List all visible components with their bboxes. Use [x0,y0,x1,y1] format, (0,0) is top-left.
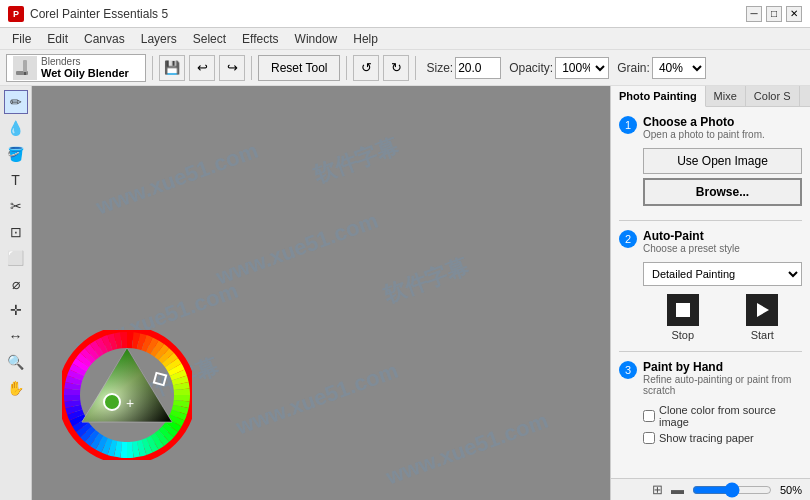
left-toolbar: ✏💧🪣T✂⊡⬜⌀✛↔🔍✋ [0,86,32,500]
size-group: Size: [422,57,501,79]
menu-item-edit[interactable]: Edit [39,30,76,48]
app-icon: P [8,6,24,22]
auto-paint-body: Detailed PaintingClassic PaintingImpress… [643,262,802,341]
minimize-button[interactable]: ─ [746,6,762,22]
auto-paint-title: Auto-Paint [643,229,740,243]
canvas-aspect-icon: ▬ [671,482,684,497]
section-number-1: 1 [619,116,637,134]
transform-tool[interactable]: ⊡ [4,220,28,244]
paint-by-hand-header: 3 Paint by Hand Refine auto-painting or … [619,360,802,396]
stop-icon [667,294,699,326]
svg-rect-1 [23,60,27,72]
zoom-tool[interactable]: 🔍 [4,350,28,374]
grain-label: Grain: [617,61,650,75]
grain-select[interactable]: 40% [652,57,706,79]
aspect-icon: ▬ [671,482,684,497]
hand-tool[interactable]: ✋ [4,376,28,400]
panel-tab-photo-painting[interactable]: Photo Painting [611,86,706,107]
mirror-tool[interactable]: ↔ [4,324,28,348]
color-wheel-svg[interactable]: + [62,330,192,460]
panel-tabs: Photo PaintingMixeColor S [611,86,810,107]
save-button[interactable]: 💾 [159,55,185,81]
zoom-slider[interactable] [692,482,772,498]
choose-photo-body: Use Open Image Browse... [643,148,802,210]
use-open-image-button[interactable]: Use Open Image [643,148,802,174]
tracing-paper-checkbox[interactable] [643,432,655,444]
canvas-size-icon: ⊞ [652,482,663,497]
paint-by-hand-title: Paint by Hand [643,360,802,374]
text-tool[interactable]: T [4,168,28,192]
svg-rect-2 [24,72,26,75]
crop-tool[interactable]: ✂ [4,194,28,218]
paint-controls: Stop Start [643,294,802,341]
canvas-area[interactable]: www.xue51.com www.xue51.com www.xue51.co… [32,86,610,500]
menu-item-effects[interactable]: Effects [234,30,286,48]
toolbar-separator [152,56,153,80]
color-wheel-container[interactable]: + [62,330,192,460]
selected-color-indicator[interactable] [104,394,120,410]
start-icon [746,294,778,326]
toolbar-separator-2 [251,56,252,80]
paint-by-hand-section: 3 Paint by Hand Refine auto-painting or … [619,360,802,444]
menu-item-layers[interactable]: Layers [133,30,185,48]
clone-color-label: Clone color from source image [659,404,802,428]
preset-style-select[interactable]: Detailed PaintingClassic PaintingImpress… [643,262,802,286]
paint-bucket-tool[interactable]: 🪣 [4,142,28,166]
brush-icon [13,56,37,80]
panel-tab-mixer[interactable]: Mixe [706,86,746,106]
brush-name: Wet Oily Blender [41,67,129,79]
menu-item-help[interactable]: Help [345,30,386,48]
menu-bar: FileEditCanvasLayersSelectEffectsWindowH… [0,28,810,50]
eyedropper-tool[interactable]: 💧 [4,116,28,140]
undo-button[interactable]: ↩ [189,55,215,81]
choose-photo-subtitle: Open a photo to paint from. [643,129,765,140]
rotate-right-button[interactable]: ↻ [383,55,409,81]
tracing-paper-label: Show tracing paper [659,432,754,444]
menu-item-canvas[interactable]: Canvas [76,30,133,48]
size-label: Size: [426,61,453,75]
brush-category: Blenders [41,56,129,67]
title-text: Corel Painter Essentials 5 [30,7,168,21]
choose-photo-header: 1 Choose a Photo Open a photo to paint f… [619,115,802,140]
section-divider-1 [619,220,802,221]
selection-tool[interactable]: ⬜ [4,246,28,270]
window-controls[interactable]: ─ □ ✕ [746,6,802,22]
maximize-button[interactable]: □ [766,6,782,22]
auto-paint-header: 2 Auto-Paint Choose a preset style [619,229,802,254]
brush-tool[interactable]: ✏ [4,90,28,114]
redo-button[interactable]: ↪ [219,55,245,81]
right-panel: Photo PaintingMixeColor S 1 Choose a Pho… [610,86,810,500]
opacity-select[interactable]: 100% [555,57,609,79]
start-action[interactable]: Start [746,294,778,341]
section-number-3: 3 [619,361,637,379]
auto-paint-subtitle: Choose a preset style [643,243,740,254]
menu-item-window[interactable]: Window [287,30,346,48]
clone-color-row[interactable]: Clone color from source image [643,404,802,428]
reset-tool-button[interactable]: Reset Tool [258,55,340,81]
stop-action[interactable]: Stop [667,294,699,341]
move-tool[interactable]: ✛ [4,298,28,322]
brush-info[interactable]: Blenders Wet Oily Blender [6,54,146,82]
rotate-left-button[interactable]: ↺ [353,55,379,81]
lasso-tool[interactable]: ⌀ [4,272,28,296]
choose-photo-title: Choose a Photo [643,115,765,129]
opacity-label: Opacity: [509,61,553,75]
panel-tab-color-sets[interactable]: Color S [746,86,800,106]
stop-label: Stop [671,329,694,341]
svg-rect-8 [676,303,690,317]
menu-item-file[interactable]: File [4,30,39,48]
svg-marker-9 [757,303,769,317]
toolbar: Blenders Wet Oily Blender 💾 ↩ ↪ Reset To… [0,50,810,86]
toolbar-separator-3 [346,56,347,80]
opacity-group: Opacity: 100% [505,57,609,79]
clone-color-checkbox[interactable] [643,410,655,422]
close-button[interactable]: ✕ [786,6,802,22]
hue-selector[interactable] [154,373,166,385]
tracing-paper-row[interactable]: Show tracing paper [643,432,802,444]
title-bar-left: P Corel Painter Essentials 5 [8,6,168,22]
choose-photo-section: 1 Choose a Photo Open a photo to paint f… [619,115,802,210]
zoom-value: 50% [780,484,802,496]
size-input[interactable] [455,57,501,79]
menu-item-select[interactable]: Select [185,30,234,48]
browse-button[interactable]: Browse... [643,178,802,206]
